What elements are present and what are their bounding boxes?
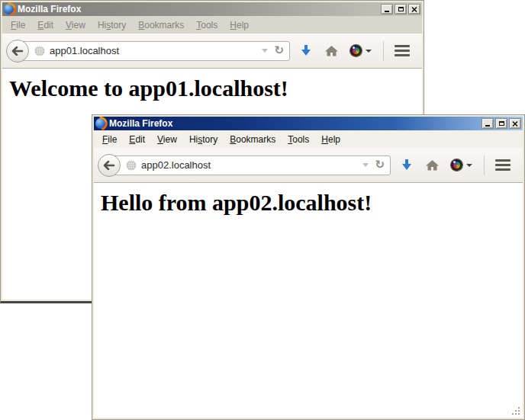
menu-tools[interactable]: Tools bbox=[282, 134, 315, 145]
back-button[interactable] bbox=[6, 40, 29, 63]
maximize-icon bbox=[499, 121, 504, 126]
page-content: Hello from app02.localhost! bbox=[94, 183, 523, 418]
download-arrow-icon bbox=[301, 45, 311, 56]
caret-down-icon bbox=[466, 164, 472, 167]
close-icon bbox=[512, 121, 518, 127]
titlebar[interactable]: Mozilla Firefox bbox=[2, 2, 422, 16]
back-arrow-icon bbox=[11, 46, 24, 56]
menubar: File Edit View History Bookmarks Tools H… bbox=[2, 16, 422, 34]
url-input[interactable] bbox=[141, 159, 356, 171]
downloads-button[interactable] bbox=[301, 45, 311, 56]
url-dropdown-icon[interactable] bbox=[262, 49, 268, 53]
home-button[interactable] bbox=[325, 46, 338, 56]
minimize-button[interactable] bbox=[482, 118, 494, 129]
menu-file[interactable]: File bbox=[96, 134, 123, 145]
aperture-icon bbox=[350, 45, 362, 56]
window-controls bbox=[482, 118, 521, 129]
close-button[interactable] bbox=[408, 4, 420, 14]
url-bar[interactable]: ↻ bbox=[18, 41, 290, 61]
search-engine-button[interactable] bbox=[350, 45, 372, 56]
menu-bookmarks[interactable]: Bookmarks bbox=[224, 134, 282, 145]
maximize-button[interactable] bbox=[495, 118, 507, 129]
navigation-toolbar: ↻ bbox=[94, 148, 523, 183]
back-button[interactable] bbox=[98, 154, 121, 177]
close-button[interactable] bbox=[509, 118, 521, 129]
menu-edit[interactable]: Edit bbox=[31, 20, 60, 30]
home-icon bbox=[426, 160, 439, 171]
menu-view[interactable]: View bbox=[151, 134, 183, 145]
app-menu-button[interactable] bbox=[495, 159, 511, 171]
globe-icon bbox=[34, 46, 45, 56]
menu-history[interactable]: History bbox=[92, 20, 132, 30]
toolbar-separator bbox=[484, 155, 485, 175]
minimize-button[interactable] bbox=[381, 4, 393, 14]
page-heading: Hello from app02.localhost! bbox=[94, 190, 523, 216]
caret-down-icon bbox=[366, 50, 372, 53]
menu-history[interactable]: History bbox=[183, 134, 224, 145]
url-bar[interactable]: ↻ bbox=[110, 155, 391, 175]
menu-help[interactable]: Help bbox=[224, 20, 255, 30]
firefox-logo-icon bbox=[95, 118, 106, 129]
firefox-logo-icon bbox=[4, 4, 14, 14]
hamburger-icon bbox=[495, 159, 511, 162]
menu-edit[interactable]: Edit bbox=[123, 134, 151, 145]
menu-view[interactable]: View bbox=[60, 20, 92, 30]
back-arrow-icon bbox=[103, 161, 115, 170]
menu-bookmarks[interactable]: Bookmarks bbox=[132, 20, 190, 30]
window-controls bbox=[381, 4, 420, 14]
minimize-icon bbox=[485, 125, 490, 127]
window-title: Mozilla Firefox bbox=[18, 4, 81, 14]
titlebar[interactable]: Mozilla Firefox bbox=[94, 117, 523, 130]
page-heading: Welcome to app01.localhost! bbox=[2, 75, 422, 101]
home-button[interactable] bbox=[426, 160, 439, 171]
download-arrow-icon bbox=[401, 159, 412, 171]
browser-window-app02: Mozilla Firefox File Edit View History B… bbox=[92, 114, 525, 420]
menubar: File Edit View History Bookmarks Tools H… bbox=[94, 130, 523, 148]
reload-icon[interactable]: ↻ bbox=[274, 45, 284, 56]
minimize-icon bbox=[385, 11, 389, 12]
resize-grip[interactable] bbox=[512, 407, 521, 416]
toolbar-separator bbox=[383, 41, 384, 61]
downloads-button[interactable] bbox=[401, 159, 412, 171]
menu-file[interactable]: File bbox=[5, 20, 31, 30]
navigation-toolbar: ↻ bbox=[2, 34, 422, 69]
globe-icon bbox=[126, 160, 137, 171]
url-input[interactable] bbox=[50, 45, 256, 56]
app-menu-button[interactable] bbox=[395, 45, 410, 56]
home-icon bbox=[325, 46, 338, 56]
close-icon bbox=[411, 7, 417, 12]
maximize-icon bbox=[398, 7, 404, 11]
menu-help[interactable]: Help bbox=[315, 134, 346, 145]
aperture-icon bbox=[451, 159, 462, 171]
search-engine-button[interactable] bbox=[451, 159, 472, 171]
url-dropdown-icon[interactable] bbox=[362, 163, 369, 167]
menu-tools[interactable]: Tools bbox=[190, 20, 224, 30]
window-title: Mozilla Firefox bbox=[109, 118, 172, 129]
reload-icon[interactable]: ↻ bbox=[375, 159, 385, 171]
hamburger-icon bbox=[395, 45, 410, 47]
maximize-button[interactable] bbox=[395, 4, 407, 14]
